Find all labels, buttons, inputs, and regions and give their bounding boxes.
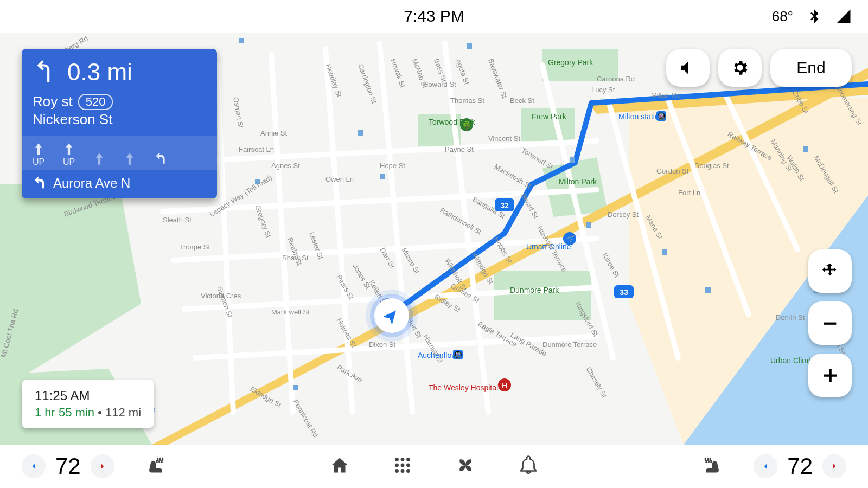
svg-rect-39: [662, 249, 667, 255]
eta-distance: 112 mi: [105, 406, 141, 419]
svg-text:Dixon St: Dixon St: [369, 341, 396, 349]
svg-point-147: [401, 464, 405, 467]
svg-rect-37: [570, 157, 575, 163]
outside-temp: 68°: [772, 8, 793, 25]
left-temp-up-button[interactable]: [91, 454, 114, 478]
svg-text:Hope St: Hope St: [380, 162, 405, 170]
svg-rect-7: [494, 271, 591, 320]
map-canvas[interactable]: 32 33 🛒 🌳 H 🚇 🚇 Gregory Park Frew Park T…: [0, 33, 868, 445]
home-icon: [330, 455, 349, 475]
svg-rect-31: [358, 130, 363, 136]
end-navigation-button[interactable]: End: [770, 49, 852, 87]
bluetooth-icon: [806, 8, 822, 24]
svg-text:Dunmore Terrace: Dunmore Terrace: [542, 341, 597, 349]
mute-button[interactable]: [666, 49, 710, 87]
svg-point-144: [401, 458, 405, 461]
svg-text:Vincent St: Vincent St: [488, 134, 520, 143]
svg-text:Mark well St: Mark well St: [271, 308, 310, 316]
right-temp-up-button[interactable]: [822, 454, 846, 478]
bottom-bar: 72 72: [0, 445, 868, 488]
turn-distance: 0.3 mi: [67, 59, 132, 86]
settings-button[interactable]: [718, 49, 762, 87]
svg-rect-41: [803, 146, 808, 152]
svg-text:Gordon St: Gordon St: [656, 167, 689, 175]
climate-left: 72: [22, 453, 187, 479]
eta-arrival: 11:25 AM: [35, 388, 141, 403]
chevron-right-icon: [98, 461, 107, 471]
svg-point-143: [395, 458, 399, 461]
svg-point-145: [406, 458, 410, 461]
left-seat-heat-button[interactable]: [146, 455, 165, 477]
svg-point-149: [395, 469, 399, 473]
speaker-icon: [679, 59, 697, 77]
svg-point-151: [406, 469, 410, 473]
svg-point-146: [395, 464, 399, 467]
svg-text:Fort Ln: Fort Ln: [678, 189, 700, 197]
navigation-card[interactable]: 0.3 mi Roy st 520 Nickerson St UP UP Aur…: [22, 49, 217, 198]
minus-icon: [821, 314, 839, 332]
right-temp-value: 72: [787, 453, 813, 479]
notifications-button[interactable]: [519, 455, 538, 477]
left-temp-down-button[interactable]: [22, 454, 46, 478]
svg-text:Milton Park: Milton Park: [559, 177, 597, 186]
svg-text:Milton Rd: Milton Rd: [651, 91, 681, 99]
svg-text:Sleath St: Sleath St: [163, 216, 192, 224]
svg-text:32: 32: [500, 201, 509, 210]
svg-text:Beck St: Beck St: [510, 97, 534, 105]
zoom-out-button[interactable]: [808, 301, 852, 345]
svg-point-148: [406, 464, 410, 467]
svg-point-150: [401, 469, 405, 473]
eta-duration: 1 hr 55 min: [35, 406, 94, 419]
chevron-left-icon: [29, 461, 39, 471]
zoom-in-button[interactable]: [808, 354, 852, 397]
eta-card[interactable]: 11:25 AM 1 hr 55 min • 112 mi: [22, 380, 154, 428]
chevron-right-icon: [829, 461, 839, 471]
fan-button[interactable]: [456, 455, 475, 477]
svg-text:Dunmore Park: Dunmore Park: [510, 286, 559, 294]
next-step: Aurora Ave N: [22, 170, 217, 198]
svg-rect-38: [586, 222, 591, 228]
svg-rect-34: [467, 43, 472, 49]
svg-text:Thomas St: Thomas St: [450, 97, 484, 105]
turn-right-icon: [33, 59, 60, 86]
svg-rect-32: [380, 174, 385, 179]
climate-right: 72: [681, 453, 846, 479]
svg-text:Frew Park: Frew Park: [532, 112, 567, 121]
chevron-left-icon: [761, 461, 770, 471]
status-bar: 7:43 PM 68°: [0, 0, 868, 33]
home-button[interactable]: [330, 455, 349, 477]
svg-text:Dorsey St: Dorsey St: [608, 210, 639, 219]
svg-rect-142: [824, 323, 837, 325]
svg-text:Lucy St: Lucy St: [591, 86, 615, 94]
lane-guidance: UP UP: [22, 136, 217, 170]
pan-button[interactable]: [808, 249, 852, 293]
right-seat-heat-button[interactable]: [703, 455, 722, 477]
svg-text:Victoria Cres: Victoria Cres: [201, 292, 241, 300]
svg-text:Fairseat Ln: Fairseat Ln: [239, 145, 274, 153]
svg-rect-40: [705, 287, 711, 293]
svg-text:Thorpe St: Thorpe St: [179, 243, 210, 251]
svg-text:Caroona Rd: Caroona Rd: [597, 75, 635, 83]
svg-rect-30: [239, 38, 244, 43]
plus-icon: [821, 366, 839, 384]
route-badge: 520: [78, 94, 113, 110]
svg-text:H: H: [502, 381, 507, 390]
pan-icon: [821, 262, 839, 280]
svg-text:Payne St: Payne St: [445, 145, 474, 153]
navigation-arrow-icon: [384, 307, 400, 324]
svg-text:Annie St: Annie St: [260, 129, 288, 137]
fan-icon: [456, 455, 475, 475]
seat-heat-icon: [146, 455, 165, 475]
left-temp-value: 72: [55, 453, 81, 479]
svg-text:The Wesley Hospital: The Wesley Hospital: [429, 383, 498, 392]
turn-street-2: Nickerson St: [33, 111, 206, 128]
bell-icon: [519, 455, 538, 475]
right-temp-down-button[interactable]: [754, 454, 777, 478]
turn-street: Roy st: [33, 93, 73, 110]
svg-text:Gregory Park: Gregory Park: [548, 58, 593, 67]
turn-right-small-icon: [31, 176, 47, 191]
svg-text:33: 33: [620, 288, 628, 297]
svg-text:Agnes St: Agnes St: [271, 162, 300, 170]
svg-text:Milton station: Milton station: [618, 112, 663, 121]
apps-button[interactable]: [393, 455, 412, 477]
